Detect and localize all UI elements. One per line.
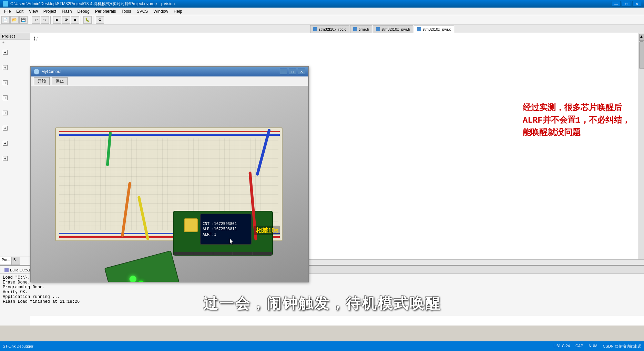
build-line-3: Programming Done. bbox=[3, 285, 641, 290]
green-led-2 bbox=[137, 280, 145, 282]
status-source: CSDN @传输功能走远 bbox=[603, 344, 641, 349]
menu-help[interactable]: Help bbox=[171, 8, 185, 14]
oled-line-cnt: CNT :1672593801 bbox=[203, 221, 249, 226]
toolbar: 📄 📂 💾 ↩ ↪ ▶ ⟳ ■ 🐛 ⚙ bbox=[0, 15, 644, 25]
save-button[interactable]: 💾 bbox=[19, 16, 28, 24]
tree-root[interactable] bbox=[0, 40, 30, 45]
tree-expand-5[interactable]: + bbox=[3, 111, 8, 115]
status-cap: CAP bbox=[575, 344, 583, 349]
status-right: L:31 C:24 CAP NUM CSDN @传输功能走远 bbox=[553, 344, 641, 349]
cursor bbox=[229, 238, 235, 245]
scrollbar-thumb[interactable] bbox=[639, 41, 644, 69]
power-rail-top-red bbox=[59, 131, 280, 132]
tree-expand-4[interactable]: + bbox=[3, 95, 8, 100]
status-debugger: ST-Link Debugger bbox=[3, 344, 33, 348]
tab-rcc-icon bbox=[313, 27, 317, 31]
tab-pwr-h-icon bbox=[376, 27, 380, 31]
window-title: C:\Users\Admin\Desktop\STM32Project\13-4… bbox=[10, 1, 175, 7]
camera-window-controls: — □ ✕ bbox=[280, 69, 305, 75]
tree-expand-6[interactable]: + bbox=[3, 126, 8, 131]
camera-window: MyCamera — □ ✕ 开始 停止 bbox=[30, 66, 309, 282]
tab-pwr-c-icon bbox=[417, 27, 421, 31]
menu-tools[interactable]: Tools bbox=[119, 8, 134, 14]
camera-stop-button[interactable]: 停止 bbox=[52, 77, 68, 85]
menu-edit[interactable]: Edit bbox=[13, 8, 26, 14]
build-output-tab-icon bbox=[4, 268, 9, 272]
breadboard-scene: CNT :1672593801 ALR :1672593811 ALRF:1 相… bbox=[31, 86, 308, 282]
project-panel-title: Project bbox=[0, 33, 30, 40]
green-led-1 bbox=[129, 275, 137, 282]
debug-button[interactable]: 🐛 bbox=[83, 16, 92, 24]
rebuild-button[interactable]: ⟳ bbox=[62, 16, 70, 24]
vertical-scrollbar[interactable]: ▲ ▼ bbox=[638, 33, 644, 274]
pin-row-bottom bbox=[174, 252, 272, 255]
status-bar: ST-Link Debugger L:31 C:24 CAP NUM CSDN … bbox=[0, 341, 644, 351]
open-file-button[interactable]: 📂 bbox=[10, 16, 19, 24]
menu-window[interactable]: Window bbox=[151, 8, 171, 14]
camera-minimize-button[interactable]: — bbox=[280, 69, 287, 75]
camera-viewport: CNT :1672593801 ALR :1672593811 ALRF:1 相… bbox=[31, 86, 308, 282]
tab-time-icon bbox=[353, 27, 357, 31]
code-line-1: ); bbox=[33, 36, 641, 41]
tree-expand-1[interactable]: + bbox=[3, 50, 8, 55]
camera-maximize-button[interactable]: □ bbox=[289, 69, 296, 75]
scrollbar-up-arrow[interactable]: ▲ bbox=[639, 34, 644, 41]
power-rail-top-blue bbox=[59, 134, 280, 136]
menu-bar: File Edit View Project Flash Debug Perip… bbox=[0, 8, 644, 15]
camera-window-title: MyCamera bbox=[41, 69, 62, 74]
camera-close-button[interactable]: ✕ bbox=[298, 69, 305, 75]
undo-button[interactable]: ↩ bbox=[32, 16, 40, 24]
status-num: NUM bbox=[589, 344, 597, 349]
tab-bar: stm32f10x_rcc.c time.h stm32f10x_pwr.h s… bbox=[0, 25, 644, 33]
tree-expand-8[interactable]: + bbox=[3, 156, 8, 161]
settings-button[interactable]: ⚙ bbox=[96, 16, 104, 24]
annotation-line-2: ALRF并不会置1，不必纠结， bbox=[523, 114, 630, 127]
tree-expand-3[interactable]: + bbox=[3, 80, 8, 85]
new-file-button[interactable]: 📄 bbox=[1, 16, 10, 24]
tab-pwr-h[interactable]: stm32f10x_pwr.h bbox=[373, 25, 413, 33]
status-position: L:31 C:24 bbox=[553, 344, 570, 349]
menu-file[interactable]: File bbox=[1, 8, 13, 14]
close-button[interactable]: ✕ bbox=[632, 1, 641, 7]
yellow-component bbox=[184, 218, 198, 232]
status-left: ST-Link Debugger bbox=[3, 344, 33, 348]
stop-build-button[interactable]: ■ bbox=[71, 16, 79, 24]
camera-titlebar: MyCamera — □ ✕ bbox=[31, 67, 308, 76]
menu-debug[interactable]: Debug bbox=[75, 8, 92, 14]
project-tab[interactable]: Pro... bbox=[0, 257, 12, 265]
build-line-4: Verify OK. bbox=[3, 290, 641, 295]
build-line-6: Flash Load finished at 21:18:26 bbox=[3, 299, 641, 304]
menu-flash[interactable]: Flash bbox=[59, 8, 74, 14]
oled-line-alr: ALR :1672593811 bbox=[203, 226, 249, 231]
minimize-button[interactable]: — bbox=[612, 1, 621, 7]
tab-time[interactable]: time.h bbox=[350, 25, 372, 33]
tab-rcc[interactable]: stm32f10x_rcc.c bbox=[310, 25, 349, 33]
annotation-line-3: 能唤醒就没问题 bbox=[523, 127, 630, 139]
menu-project[interactable]: Project bbox=[41, 8, 59, 14]
camera-toolbar: 开始 停止 bbox=[31, 76, 308, 86]
menu-view[interactable]: View bbox=[26, 8, 41, 14]
camera-window-icon bbox=[34, 69, 39, 74]
toolbar-separator-1 bbox=[29, 16, 30, 24]
annotation-line-1: 经过实测，很多芯片唤醒后 bbox=[523, 102, 630, 114]
menu-peripherals[interactable]: Peripherals bbox=[92, 8, 119, 14]
diff-label: 相差10s bbox=[254, 226, 280, 235]
build-line-5: Application running ... bbox=[3, 295, 641, 299]
redo-button[interactable]: ↪ bbox=[41, 16, 49, 24]
window-controls: — □ ✕ bbox=[612, 1, 641, 7]
app-icon bbox=[3, 1, 8, 7]
build-button[interactable]: ▶ bbox=[53, 16, 61, 24]
menu-svcs[interactable]: SVCS bbox=[134, 8, 151, 14]
tree-expand-7[interactable]: + bbox=[3, 141, 8, 146]
books-tab[interactable]: B... bbox=[12, 257, 20, 265]
left-bottom-tabs: Pro... B... bbox=[0, 257, 30, 265]
tab-pwr-c[interactable]: stm32f10x_pwr.c bbox=[414, 25, 454, 33]
tree-expand-2[interactable]: + bbox=[3, 65, 8, 70]
build-output-tab-label: Build Output bbox=[10, 268, 31, 272]
toolbar-separator-3 bbox=[81, 16, 82, 24]
maximize-button[interactable]: □ bbox=[622, 1, 631, 7]
expand-icon bbox=[1, 40, 6, 44]
toolbar-separator-4 bbox=[93, 16, 94, 24]
camera-start-button[interactable]: 开始 bbox=[34, 77, 50, 85]
toolbar-separator-2 bbox=[50, 16, 52, 24]
